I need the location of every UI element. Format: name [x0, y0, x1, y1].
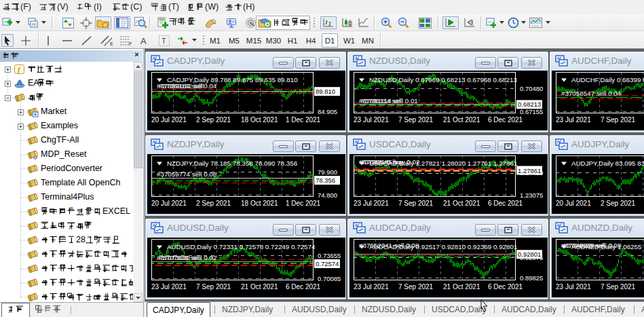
svg-text:2 Sep 2021: 2 Sep 2021	[196, 200, 231, 207]
svg-text:23 Jul 2021: 23 Jul 2021	[354, 116, 389, 124]
svg-text:MDP_Reset: MDP_Reset	[41, 150, 87, 159]
svg-text:20 Jul 2021: 20 Jul 2021	[556, 200, 591, 207]
svg-text:20 Jul 2021: 20 Jul 2021	[151, 116, 187, 124]
svg-text:21 Oct 2021: 21 Oct 2021	[443, 116, 480, 124]
svg-text:78.356: 78.356	[316, 176, 335, 184]
svg-text:7 Sep 2021: 7 Sep 2021	[398, 283, 434, 291]
svg-text:0.67155: 0.67155	[520, 108, 543, 115]
svg-text:Examples: Examples	[41, 122, 78, 130]
svg-text:23 Jul 2021: 23 Jul 2021	[151, 283, 187, 291]
svg-text:(H): (H)	[243, 2, 254, 12]
svg-text:89.810: 89.810	[316, 88, 335, 95]
svg-text:7 Sep 2021: 7 Sep 2021	[398, 200, 434, 207]
svg-text:AUDJPY,Daily 83.095 83.825 82: AUDJPY,Daily 83.095 83.825 82.988 83.795	[571, 160, 644, 167]
svg-text:NZDJPY,Daily 78.185 78.358 78: NZDJPY,Daily 78.185 78.358 78.090 78.356	[167, 160, 298, 167]
svg-text:79.900: 79.900	[318, 168, 337, 176]
svg-text:(V): (V)	[57, 2, 69, 12]
svg-text:2 Sep 2021: 2 Sep 2021	[601, 200, 636, 207]
svg-text:(C): (C)	[130, 2, 142, 12]
svg-text:21 Oct 2021: 21 Oct 2021	[443, 283, 480, 291]
svg-text:74.800: 74.800	[318, 191, 337, 199]
svg-text:18 Oct 2021: 18 Oct 2021	[241, 200, 278, 207]
svg-text:#37058547 sell 0.04: #37058547 sell 0.04	[561, 90, 622, 97]
svg-text:#37069162 sell: #37069162 sell	[159, 82, 204, 90]
svg-text:1 Dec 2021: 1 Dec 2021	[286, 116, 321, 124]
svg-text:#37059774 sell 0.08: #37059774 sell 0.08	[157, 170, 217, 178]
svg-text:E: E	[110, 41, 113, 46]
svg-text:1 Dec 2021: 1 Dec 2021	[286, 200, 321, 207]
svg-text:20 Jul 2021: 20 Jul 2021	[151, 200, 187, 207]
svg-text:(I): (I)	[94, 2, 102, 12]
svg-text:0.70085: 0.70085	[318, 275, 341, 282]
svg-text:ChgTF-All: ChgTF-All	[41, 136, 79, 145]
svg-text:0.89825: 0.89825	[520, 274, 543, 282]
svg-text:(F): (F)	[20, 2, 31, 12]
svg-text:Terminal4Plus: Terminal4Plus	[41, 193, 94, 202]
svg-text:23 Jul 2021: 23 Jul 2021	[354, 283, 389, 291]
svg-text:7 Sep 2021: 7 Sep 2021	[196, 283, 231, 291]
svg-text:0.70480: 0.70480	[520, 85, 543, 92]
svg-text:23 Jul 2021: 23 Jul 2021	[556, 116, 591, 124]
svg-text:Template All OpenCh: Template All OpenCh	[41, 179, 120, 187]
svg-text:28: 28	[76, 236, 86, 244]
svg-text:0.73655: 0.73655	[318, 252, 341, 259]
svg-text:EA: EA	[28, 79, 39, 88]
svg-text:21 Oct 2021: 21 Oct 2021	[443, 200, 480, 207]
svg-text:Market: Market	[41, 107, 67, 116]
svg-text:F: F	[129, 41, 132, 46]
svg-text:0.92801: 0.92801	[518, 250, 541, 258]
svg-text:7 Sep 2021: 7 Sep 2021	[601, 283, 636, 291]
svg-text:23 Jul 2021: 23 Jul 2021	[354, 200, 389, 207]
svg-text:(T): (T)	[168, 2, 179, 12]
svg-text:AUDUSD,Daily 0.72331 0.72578: AUDUSD,Daily 0.72331 0.72578 0.72249 0.7…	[167, 243, 316, 250]
svg-text:PeriodConverter: PeriodConverter	[41, 164, 102, 173]
svg-text:6 Dec 2021: 6 Dec 2021	[488, 116, 523, 124]
svg-text:NZDUSD,Daily 0.67969 0.68213: NZDUSD,Daily 0.67969 0.68213 0.67968 0.6…	[369, 76, 517, 83]
svg-text:1.23075: 1.23075	[520, 191, 543, 199]
svg-text:A: A	[140, 36, 147, 45]
svg-text:0.72574: 0.72574	[316, 260, 339, 267]
svg-text:84.905: 84.905	[318, 108, 337, 115]
svg-text:1.27861: 1.27861	[518, 167, 541, 174]
svg-text:#37052341 sell 0.08: #37052341 sell 0.08	[359, 242, 419, 249]
svg-text:18 Oct 2021: 18 Oct 2021	[241, 116, 278, 124]
svg-text:#3708145 buy: #3708145 buy	[361, 158, 403, 166]
svg-text:6 Dec 2021: 6 Dec 2021	[286, 283, 321, 291]
svg-text:AUDCHF,Daily 0.66399 0.66865: AUDCHF,Daily 0.66399 0.66865 0.66250 0.6…	[571, 76, 644, 83]
svg-text:#3706114 sel: #3706114 sel	[361, 97, 400, 105]
svg-text:2 Sep 2021: 2 Sep 2021	[196, 116, 231, 124]
svg-text:7 Sep 2021: 7 Sep 2021	[398, 116, 434, 124]
svg-text:7 Sep 2021: 7 Sep 2021	[601, 116, 636, 124]
svg-text:#3704928 sell: #3704928 sell	[563, 242, 605, 249]
svg-text:T: T	[162, 37, 166, 45]
svg-text:6 Dec 2021: 6 Dec 2021	[488, 200, 523, 207]
svg-text:6 Dec 2021: 6 Dec 2021	[488, 283, 523, 291]
svg-text:EXCEL: EXCEL	[102, 207, 130, 216]
svg-text:21 Oct 2021: 21 Oct 2021	[241, 283, 278, 291]
svg-text:(W): (W)	[205, 2, 219, 12]
svg-text:23 Jul 2021: 23 Jul 2021	[556, 283, 591, 291]
svg-text:#3707630 sel: #3707630 sel	[159, 254, 199, 261]
